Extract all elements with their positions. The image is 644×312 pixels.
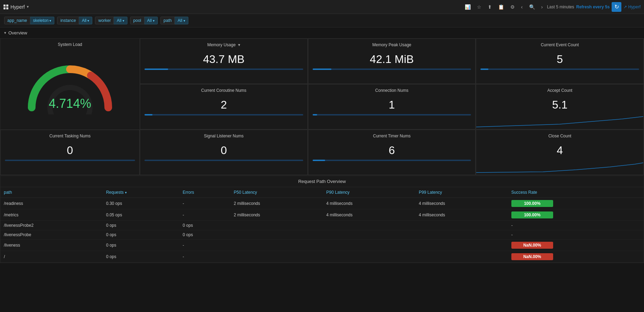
share-icon-btn[interactable]: ⬆ [486, 3, 494, 11]
request-path-table-title: Request Path Overview [0, 176, 644, 187]
filter-pool-key: pool [130, 17, 144, 24]
signal-listener-value: 0 [144, 144, 303, 157]
section-header: ▾ Overview [0, 27, 644, 38]
current-coroutine-bar [144, 114, 303, 115]
cell-success-rate: - [508, 230, 644, 240]
cell-p90 [323, 230, 415, 240]
current-event-count-value: 5 [480, 53, 639, 66]
col-p50[interactable]: P50 Latency [230, 187, 323, 198]
filter-app-name-val[interactable]: skeleton [30, 17, 55, 24]
refresh-label: Refresh every 5s [576, 5, 610, 9]
star-icon-btn[interactable]: ☆ [475, 3, 484, 11]
filter-worker-val[interactable]: All [114, 17, 127, 24]
section-title: Overview [8, 30, 27, 35]
app-logo[interactable]: Hyperf ▾ [3, 4, 29, 10]
filter-instance-val[interactable]: All [79, 17, 92, 24]
cell-path: / [0, 251, 103, 263]
next-icon-btn[interactable]: › [539, 3, 545, 11]
prev-icon-btn[interactable]: ‹ [519, 3, 525, 11]
cell-errors: - [179, 251, 230, 263]
success-badge: NaN.00% [511, 253, 553, 260]
gauge-value: 4.714% [49, 96, 91, 111]
chart-icon-btn[interactable]: 📊 [463, 3, 473, 11]
topnav-right: 📊 ☆ ⬆ 📋 ⚙ ‹ 🔍 › Last 5 minutes Refresh e… [463, 2, 641, 12]
filter-app-name[interactable]: app_name skeleton [4, 17, 54, 24]
close-count-sparkline [476, 159, 643, 173]
current-tasking-bar [5, 160, 135, 161]
cell-path: /livenessProbe [0, 230, 103, 240]
cell-p90 [323, 251, 415, 263]
memory-peak-title: Memory Peak Usage [313, 42, 471, 47]
success-badge: NaN.00% [511, 242, 553, 249]
cell-p90 [323, 221, 415, 230]
filter-instance[interactable]: instance All [57, 17, 92, 24]
app-dropdown-arrow[interactable]: ▾ [27, 5, 29, 9]
app-name: Hyperf [10, 4, 25, 10]
cell-errors: 0 ops [179, 221, 230, 230]
cell-p99 [415, 251, 508, 263]
cell-errors: - [179, 240, 230, 251]
filter-worker[interactable]: worker All [95, 17, 127, 24]
hyperf-link[interactable]: ↗ Hyperf [623, 5, 641, 9]
memory-usage-value: 43.7 MB [144, 53, 303, 66]
topnav: Hyperf ▾ 📊 ☆ ⬆ 📋 ⚙ ‹ 🔍 › Last 5 minutes … [0, 0, 644, 14]
grid-icon [3, 5, 8, 9]
cell-p50 [230, 240, 323, 251]
current-timer-title: Current Timer Nums [313, 134, 471, 138]
cell-p50: 2 milliseconds [230, 209, 323, 221]
memory-peak-bar [313, 69, 471, 70]
table-row: / 0 ops - NaN.00% [0, 251, 644, 263]
col-errors[interactable]: Errors [179, 187, 230, 198]
signal-listener-panel: Signal Listener Nums 0 [140, 130, 308, 175]
dropdown-icon[interactable]: ▾ [238, 42, 240, 47]
filter-app-name-key: app_name [4, 17, 30, 24]
cell-success-rate: - [508, 221, 644, 230]
filter-instance-key: instance [57, 17, 79, 24]
filter-path[interactable]: path All [160, 17, 188, 24]
time-label: Last 5 minutes [547, 5, 574, 9]
col-success-rate[interactable]: Success Rate [508, 187, 644, 198]
system-load-panel: System Load 4.714% [0, 39, 140, 129]
panel-grid: System Load 4.714% Memory Usage ▾ 4 [0, 38, 644, 175]
current-event-count-bar [480, 69, 639, 70]
refresh-btn[interactable]: ↻ [612, 2, 621, 12]
accept-count-title: Accept Count [480, 88, 639, 93]
copy-icon-btn[interactable]: 📋 [496, 3, 506, 11]
cell-requests: 0 ops [103, 221, 179, 230]
filter-pool[interactable]: pool All [130, 17, 158, 24]
current-tasking-title: Current Tasking Nums [5, 134, 135, 138]
cell-success-rate: 100.00% [508, 198, 644, 209]
table-row: /livenessProbe 0 ops 0 ops - [0, 230, 644, 240]
signal-listener-bar [144, 160, 303, 161]
cell-p50 [230, 230, 323, 240]
col-p90[interactable]: P90 Latency [323, 187, 415, 198]
connection-nums-panel: Connection Nums 1 [308, 84, 476, 129]
cell-success-rate: NaN.00% [508, 251, 644, 263]
request-path-table: path Requests ▾ Errors P50 Latency P90 L… [0, 187, 644, 263]
sort-arrow: ▾ [125, 191, 127, 194]
cell-path: /metrics [0, 209, 103, 221]
col-path[interactable]: path [0, 187, 103, 198]
current-event-count-panel: Current Event Count 5 [476, 39, 644, 84]
cell-p50: 2 milliseconds [230, 198, 323, 209]
table-row: /readiness 0.30 ops - 2 milliseconds 4 m… [0, 198, 644, 209]
memory-usage-title: Memory Usage ▾ [144, 42, 303, 47]
filter-path-val[interactable]: All [175, 17, 188, 24]
gauge-container: 4.714% [21, 52, 119, 114]
current-event-count-title: Current Event Count [480, 42, 639, 47]
current-coroutine-value: 2 [144, 98, 303, 111]
cell-errors: - [179, 209, 230, 221]
current-tasking-panel: Current Tasking Nums 0 [0, 130, 140, 175]
settings-icon-btn[interactable]: ⚙ [508, 3, 517, 11]
search-icon-btn[interactable]: 🔍 [527, 3, 537, 11]
col-requests[interactable]: Requests ▾ [103, 187, 179, 198]
success-badge: 100.00% [511, 200, 553, 207]
cell-path: /readiness [0, 198, 103, 209]
cell-success-rate: 100.00% [508, 209, 644, 221]
cell-errors: - [179, 198, 230, 209]
col-p99[interactable]: P99 Latency [415, 187, 508, 198]
memory-peak-value: 42.1 MiB [313, 53, 471, 66]
chevron-down-icon: ▾ [4, 31, 6, 35]
filter-pool-val[interactable]: All [144, 17, 158, 24]
connection-nums-bar [313, 114, 471, 115]
